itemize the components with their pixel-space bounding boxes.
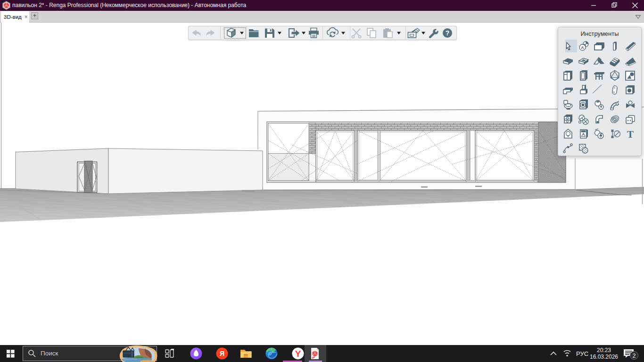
svg-text:?: ? [446,29,450,37]
svg-text:Поиск: Поиск [41,350,58,357]
svg-text:T: T [627,129,634,140]
svg-text:A: A [581,45,584,50]
svg-text:РУС: РУС [576,350,588,357]
svg-text:Я: Я [220,350,224,357]
svg-text:16.03.2026: 16.03.2026 [590,354,618,360]
svg-text:2: 2 [633,353,636,359]
svg-text:20:23: 20:23 [597,347,611,354]
svg-text:Y: Y [295,349,301,359]
